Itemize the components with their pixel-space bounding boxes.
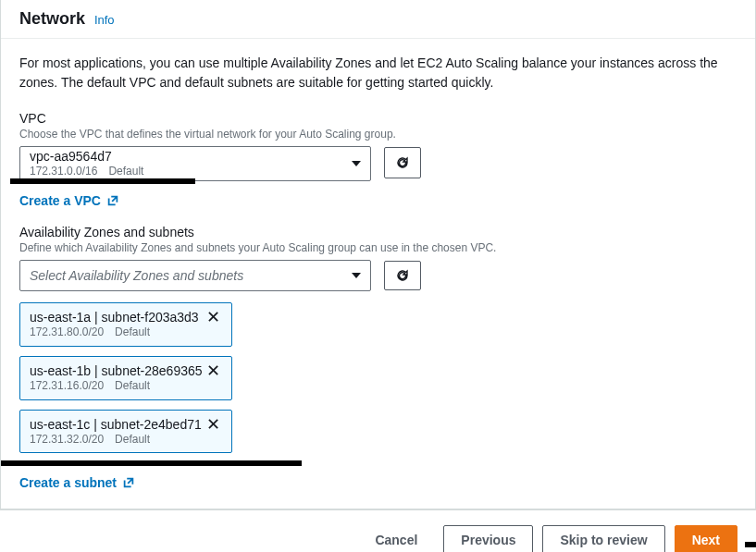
cancel-button[interactable]: Cancel bbox=[358, 525, 434, 552]
vpc-label: VPC bbox=[19, 111, 737, 126]
redaction-bar bbox=[10, 178, 195, 184]
vpc-selected-tag: Default bbox=[108, 165, 143, 178]
external-link-icon bbox=[106, 194, 119, 207]
redaction-bar bbox=[745, 542, 756, 547]
subnet-chip-title: us-east-1a | subnet-f203a3d3 bbox=[30, 309, 199, 325]
intro-text: For most applications, you can use multi… bbox=[19, 54, 737, 92]
az-placeholder: Select Availability Zones and subnets bbox=[30, 268, 243, 283]
close-icon[interactable]: ✕ bbox=[204, 362, 222, 379]
close-icon[interactable]: ✕ bbox=[204, 416, 222, 433]
subnet-chip: us-east-1a | subnet-f203a3d3172.31.80.0/… bbox=[19, 302, 232, 347]
subnet-chip-tag: Default bbox=[115, 433, 150, 446]
section-title: Network bbox=[19, 9, 85, 28]
chevron-down-icon bbox=[352, 273, 361, 278]
vpc-selected-id: vpc-aa9564d7 bbox=[30, 149, 143, 165]
vpc-selected-cidr: 172.31.0.0/16 bbox=[30, 165, 97, 178]
az-select[interactable]: Select Availability Zones and subnets bbox=[19, 260, 371, 291]
create-subnet-link-text: Create a subnet bbox=[19, 475, 117, 490]
az-refresh-button[interactable] bbox=[384, 261, 421, 290]
redaction-bar bbox=[1, 460, 302, 466]
subnet-chip-cidr: 172.31.32.0/20 bbox=[30, 433, 104, 446]
subnet-chip-tag: Default bbox=[115, 379, 150, 392]
vpc-refresh-button[interactable] bbox=[384, 147, 421, 178]
create-vpc-link[interactable]: Create a VPC bbox=[19, 193, 119, 208]
subnet-chip: us-east-1b | subnet-28e69365172.31.16.0/… bbox=[19, 356, 232, 400]
previous-button[interactable]: Previous bbox=[443, 525, 533, 552]
vpc-select[interactable]: vpc-aa9564d7 172.31.0.0/16Default bbox=[19, 146, 371, 181]
create-subnet-link[interactable]: Create a subnet bbox=[19, 475, 135, 490]
close-icon[interactable]: ✕ bbox=[204, 309, 222, 325]
subnet-chip-cidr: 172.31.80.0/20 bbox=[30, 325, 104, 338]
subnet-chip-tag: Default bbox=[115, 325, 150, 338]
az-desc: Define which Availability Zones and subn… bbox=[19, 241, 737, 254]
subnet-chip-title: us-east-1c | subnet-2e4bed71 bbox=[30, 416, 202, 433]
az-label: Availability Zones and subnets bbox=[19, 225, 737, 239]
info-link[interactable]: Info bbox=[94, 13, 115, 27]
next-button[interactable]: Next bbox=[675, 525, 737, 552]
refresh-icon bbox=[395, 155, 410, 170]
chevron-down-icon bbox=[352, 161, 361, 166]
subnet-chip-cidr: 172.31.16.0/20 bbox=[30, 379, 104, 392]
vpc-desc: Choose the VPC that defines the virtual … bbox=[19, 128, 737, 141]
skip-to-review-button[interactable]: Skip to review bbox=[542, 525, 664, 552]
refresh-icon bbox=[395, 268, 410, 283]
external-link-icon bbox=[122, 476, 135, 489]
create-vpc-link-text: Create a VPC bbox=[19, 193, 101, 208]
subnet-chip-title: us-east-1b | subnet-28e69365 bbox=[30, 362, 203, 379]
subnet-chip: us-east-1c | subnet-2e4bed71172.31.32.0/… bbox=[19, 410, 232, 454]
